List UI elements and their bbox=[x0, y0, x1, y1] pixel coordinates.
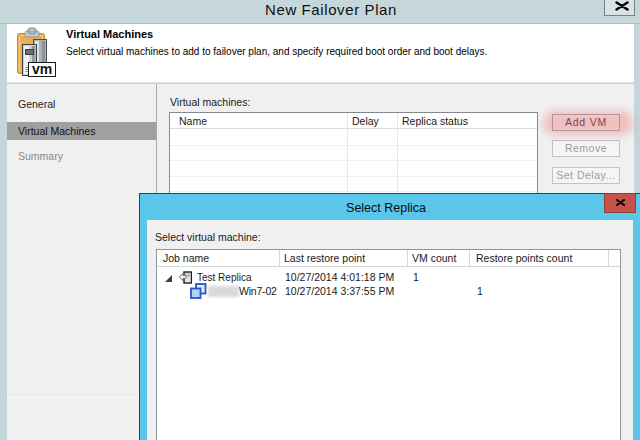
svg-text:vm: vm bbox=[32, 61, 52, 77]
